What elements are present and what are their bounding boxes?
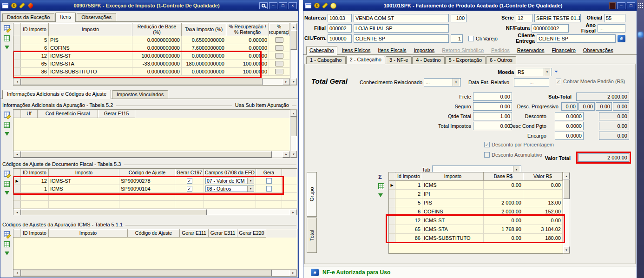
table-row[interactable]: 5 PIS 2 000.00 13.00 — [389, 199, 563, 207]
vertical-scrollbar[interactable] — [290, 23, 297, 86]
grid-edit-icon[interactable] — [4, 25, 10, 31]
moeda-combo[interactable]: R$ — [516, 68, 552, 76]
ellipsis-button[interactable] — [275, 45, 283, 51]
scroll-right-icon[interactable] — [289, 209, 297, 215]
col-campos-efd[interactable]: Campos 07/08 da EFD — [204, 169, 256, 177]
window-menu-button[interactable] — [609, 2, 616, 9]
grid-export-icon[interactable] — [378, 183, 384, 189]
minimize-button[interactable]: – — [617, 2, 625, 9]
natureza-extra-field[interactable]: 100 — [451, 14, 467, 22]
col-cod-beneficio[interactable]: Cod Beneficio Fiscal — [38, 110, 98, 118]
close-button[interactable]: × — [289, 2, 297, 9]
cliente-entrega-field[interactable]: CLIENTE SP — [537, 34, 616, 43]
ellipsis-button[interactable] — [275, 53, 283, 59]
desconto-pct-field[interactable]: 0.0000 — [555, 112, 584, 120]
tab-reservados[interactable]: Reservados — [514, 46, 547, 54]
col-gera[interactable]: Gera — [256, 169, 282, 177]
desc-porcentagem-checkbox[interactable] — [484, 142, 490, 147]
horizontal-scrollbar[interactable] — [13, 269, 297, 276]
scroll-left-icon[interactable] — [13, 79, 21, 85]
maximize-button[interactable]: □ — [627, 2, 635, 9]
grid-append-icon[interactable] — [5, 132, 9, 136]
natureza-code-field[interactable]: 100.03 — [328, 14, 352, 22]
col-recuperacao-retencao[interactable]: % Recuperação / % Retenção — [226, 23, 269, 36]
grid-append-icon[interactable] — [5, 46, 9, 49]
tab-impostos-vinculados[interactable]: Impostos Vinculados — [112, 90, 168, 99]
scroll-thumb[interactable] — [21, 270, 272, 276]
tab-cabecalho[interactable]: Cabeçalho — [306, 46, 337, 55]
col-imposto[interactable]: Imposto — [49, 229, 128, 238]
scroll-right-icon[interactable] — [283, 79, 290, 85]
tab-observacoes[interactable]: Observações — [77, 13, 116, 21]
table-row[interactable]: 12 ICMS-ST 0.00 0.00 — [389, 216, 563, 225]
subtab-4-destino[interactable]: 4 - Destino — [412, 56, 444, 64]
cli-forn-desc-field[interactable]: CLIENTE SP — [354, 34, 449, 43]
tab-financeiro[interactable]: Financeiro — [549, 46, 578, 54]
scroll-left-icon[interactable] — [13, 151, 21, 158]
conhecimento-field[interactable]: ... — [424, 78, 461, 86]
chevron-down-icon[interactable] — [453, 79, 459, 86]
table-row[interactable]: 6 COFINS 0.0000000000 7.6000000000 0.000… — [13, 44, 290, 52]
grid-export-icon[interactable] — [4, 181, 10, 187]
scroll-up-icon[interactable] — [563, 172, 570, 179]
subtab-6-outros[interactable]: 6 - Outros — [486, 56, 516, 64]
tab-dados-da-excecao[interactable]: Dados da Exceção — [2, 13, 54, 21]
subtab-1-cabecalho[interactable]: 1 - Cabeçalho — [306, 56, 346, 64]
scroll-thumb[interactable] — [290, 117, 297, 136]
maximize-button[interactable]: □ — [279, 2, 287, 9]
campos-efd-dropdown[interactable]: 07 - Valor de ICM — [205, 178, 254, 184]
table-row[interactable]: 6 COFINS 2 000.00 152.00 — [389, 207, 563, 216]
gerar-c197-checkbox[interactable] — [187, 178, 192, 184]
tab-itens-fisicos[interactable]: Itens Físicos — [339, 46, 374, 54]
moeda-spin-icon[interactable] — [554, 71, 558, 74]
cli-forn-code-field[interactable]: 100000 — [328, 34, 352, 43]
serie-desc-field[interactable]: SERIE TESTE 01.1 — [534, 14, 581, 22]
ellipsis-button[interactable] — [275, 37, 283, 43]
grid-edit-icon[interactable] — [4, 171, 10, 177]
cobrar-moeda-checkbox[interactable] — [556, 79, 561, 84]
col-codigo-ajuste[interactable]: Código de Ajuste — [119, 169, 175, 177]
col-uf[interactable]: Uf — [21, 110, 38, 118]
scroll-right-icon[interactable] — [283, 151, 290, 158]
table-row[interactable]: 1 ICMS SP90090104 08 - Outros — [13, 185, 297, 193]
scroll-right-icon[interactable] — [289, 270, 297, 276]
sum-icon[interactable]: Σ — [378, 174, 382, 180]
grid-export-icon[interactable] — [4, 35, 10, 41]
scroll-down-icon[interactable] — [563, 246, 570, 253]
grid-export-icon[interactable] — [4, 122, 10, 128]
col-id-imposto[interactable]: ID Imposto — [21, 23, 49, 36]
tab-observacoes[interactable]: Observações — [580, 46, 616, 54]
grid-append-icon[interactable] — [378, 193, 383, 197]
grid-edit-icon[interactable] — [4, 231, 10, 237]
col-codigo-ajuste[interactable]: Código de Ajuste — [128, 229, 180, 238]
app-grid-icon[interactable] — [638, 3, 643, 8]
nfe-icon[interactable]: e — [618, 35, 625, 42]
table-row[interactable]: 86 ICMS-SUBSTITUTO 0.00 180.00 — [389, 234, 563, 243]
col-gerar-e311[interactable]: Gerar E311 — [209, 229, 237, 238]
horizontal-scrollbar[interactable] — [13, 209, 297, 215]
side-tab-grupo[interactable]: Grupo — [307, 172, 317, 217]
col-reducao-base[interactable]: Redução de Base (%) — [132, 23, 182, 36]
horizontal-scrollbar[interactable] — [13, 151, 290, 158]
cli-forn-extra-field[interactable]: 1 — [451, 34, 463, 43]
scroll-up-icon[interactable] — [290, 110, 297, 117]
grid-edit-icon[interactable] — [4, 112, 10, 118]
tab-itens-fiscais[interactable]: Itens Fiscais — [375, 46, 409, 54]
table-row[interactable]: 5 PIS 0.0000000000 0.6500000000 0.00000 — [13, 36, 290, 44]
tab-informacoes-adicionais[interactable]: Informações Adicionais e Códigos de Ajus… — [2, 90, 111, 99]
scroll-down-icon[interactable] — [290, 151, 297, 158]
table-row[interactable]: ▶ 12 ICMS-ST SP90090278 07 - Valor de IC… — [13, 177, 297, 185]
vertical-scrollbar[interactable] — [290, 109, 297, 158]
minimize-button[interactable]: – — [269, 2, 277, 9]
ano-fiscal-field[interactable]: ... — [598, 24, 625, 33]
table-row[interactable]: 2 IPI — [389, 190, 563, 199]
side-dock[interactable] — [637, 0, 644, 278]
side-tab-total[interactable]: Total — [307, 218, 317, 253]
cli-varejo-checkbox[interactable] — [468, 36, 474, 41]
grid-export-icon[interactable] — [4, 241, 10, 247]
table-row[interactable]: 65 ICMS-STA 1 768.90 3 184.02 — [389, 225, 563, 234]
gerar-c197-checkbox[interactable] — [187, 186, 192, 192]
scroll-left-icon[interactable] — [13, 270, 21, 276]
col-gerar-e220[interactable]: Gerar E220 — [237, 229, 266, 238]
oficial-field[interactable]: 55 — [604, 14, 625, 22]
